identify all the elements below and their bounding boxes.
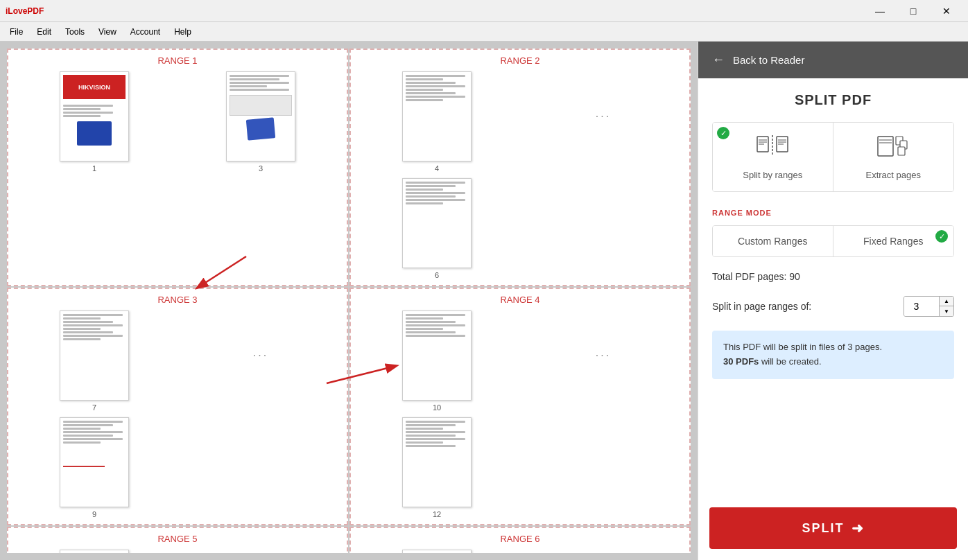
total-pages-label: Total PDF pages:: [712, 271, 786, 282]
range-title-1: RANGE 1: [14, 55, 341, 66]
title-bar: iLovePDF — □ ✕: [0, 0, 968, 22]
page-dots-2: ···: [523, 71, 684, 161]
total-pages-info: Total PDF pages: 90: [712, 271, 954, 282]
page-dots-6: ···: [523, 550, 684, 553]
page-item-6: 6: [356, 178, 517, 279]
split-info-box: This PDF will be split in files of 3 pag…: [712, 331, 954, 379]
svg-rect-13: [878, 137, 893, 156]
main-area: RANGE 1 HIKVISION: [0, 42, 968, 560]
info-text-prefix: This PDF will be split in files of 3 pag…: [723, 342, 882, 352]
page-thumb-10: [402, 310, 472, 401]
page-thumb-12: [402, 417, 472, 507]
page-item-16: 16: [356, 550, 517, 553]
mode-split-check: ✓: [717, 127, 729, 139]
split-spinners: ▲ ▼: [939, 297, 953, 316]
maximize-button[interactable]: □: [897, 0, 929, 22]
split-button-label: SPLIT: [802, 521, 844, 536]
spin-down-button[interactable]: ▼: [940, 306, 953, 316]
page-thumb-7: [60, 310, 129, 401]
range-mode-buttons: Custom Ranges Fixed Ranges ✓: [712, 225, 954, 257]
fixed-ranges-label: Fixed Ranges: [863, 236, 923, 247]
mode-split-label: Split by ranges: [743, 170, 802, 180]
page-dots-4: ···: [523, 310, 684, 401]
page-thumb-9: [60, 417, 129, 507]
close-button[interactable]: ✕: [931, 0, 962, 22]
page-item-3: 3: [180, 71, 341, 173]
split-pages-input[interactable]: [904, 297, 939, 316]
range-title-3: RANGE 3: [14, 295, 341, 305]
split-by-ranges-icon: [756, 134, 789, 164]
menu-help[interactable]: Help: [167, 24, 198, 40]
spin-up-button[interactable]: ▲: [940, 297, 953, 306]
custom-ranges-button[interactable]: Custom Ranges: [713, 226, 833, 256]
menu-account[interactable]: Account: [123, 24, 167, 40]
page-num-7: 7: [92, 403, 96, 412]
mode-extract-label: Extract pages: [866, 170, 922, 180]
page-item-12: 12: [356, 417, 517, 518]
split-input-label: Split in page ranges of:: [712, 301, 895, 312]
page-num-3: 3: [259, 164, 263, 173]
split-input-wrap: ▲ ▼: [904, 296, 954, 317]
split-input-row: Split in page ranges of: ▲ ▼: [712, 296, 954, 317]
info-text-suffix: will be created.: [761, 356, 822, 367]
fixed-ranges-button[interactable]: Fixed Ranges ✓: [833, 226, 954, 256]
range-box-2: RANGE 2: [349, 49, 691, 286]
back-arrow-icon: ←: [712, 53, 725, 67]
pdf-scroll[interactable]: RANGE 1 HIKVISION: [7, 49, 691, 553]
menu-file[interactable]: File: [3, 24, 30, 40]
page-item-10: 10: [356, 310, 517, 412]
pdf-area: RANGE 1 HIKVISION: [0, 42, 698, 560]
page-thumb-1: HIKVISION: [60, 71, 129, 161]
page-thumb-4: [402, 71, 472, 161]
custom-ranges-label: Custom Ranges: [738, 236, 807, 247]
menu-bar: File Edit Tools View Account Help: [0, 22, 968, 42]
page-num-1: 1: [92, 164, 96, 173]
mode-split-by-ranges[interactable]: ✓: [713, 123, 833, 191]
page-thumb-16: [402, 550, 472, 553]
page-item-1: HIKVISION 1: [14, 71, 175, 173]
page-num-6: 6: [435, 271, 439, 279]
menu-tools[interactable]: Tools: [58, 24, 92, 40]
svg-rect-18: [898, 147, 905, 155]
range-box-4: RANGE 4: [349, 288, 691, 525]
page-item-4: 4: [356, 71, 517, 173]
page-dots-5: ···: [180, 550, 341, 553]
page-thumb-3: [226, 71, 295, 161]
info-pdfs-count: 30 PDFs: [723, 356, 759, 367]
range-pages-3: 7 ···: [14, 310, 341, 518]
range-title-6: RANGE 6: [356, 534, 684, 544]
page-num-10: 10: [433, 403, 441, 412]
right-panel: ← Back to Reader SPLIT PDF ✓: [698, 42, 968, 560]
fixed-ranges-check: ✓: [935, 230, 948, 243]
total-pages-value: 90: [789, 271, 800, 282]
title-bar-left: iLovePDF: [6, 6, 44, 16]
split-button-icon: ➜: [852, 520, 865, 536]
range-title-4: RANGE 4: [356, 295, 684, 305]
minimize-button[interactable]: —: [864, 0, 896, 22]
range-box-1: RANGE 1 HIKVISION: [7, 49, 348, 286]
panel-content: SPLIT PDF ✓: [698, 78, 968, 496]
panel-title: SPLIT PDF: [712, 92, 954, 108]
extract-pages-icon: [876, 134, 910, 164]
range-pages-1: HIKVISION 1: [14, 71, 341, 173]
range-pages-6: 16 ···: [356, 550, 684, 553]
page-num-9: 9: [92, 510, 96, 518]
title-bar-controls: — □ ✕: [864, 0, 962, 22]
mode-extract-pages[interactable]: Extract pages: [833, 123, 954, 191]
page-thumb-6: [402, 178, 472, 268]
range-pages-2: 4 ···: [356, 71, 684, 279]
page-item-7: 7: [14, 310, 175, 412]
back-to-reader-button[interactable]: ← Back to Reader: [698, 42, 968, 78]
range-pages-4: 10 ···: [356, 310, 684, 518]
mode-options: ✓: [712, 122, 954, 192]
split-button-area: SPLIT ➜: [698, 496, 968, 560]
page-num-4: 4: [435, 164, 439, 173]
app-logo: iLovePDF: [6, 6, 44, 16]
menu-edit[interactable]: Edit: [30, 24, 58, 40]
back-button-label: Back to Reader: [733, 54, 804, 66]
page-item-9: 9: [14, 417, 175, 518]
menu-view[interactable]: View: [92, 24, 123, 40]
range-title-5: RANGE 5: [14, 534, 341, 544]
split-button[interactable]: SPLIT ➜: [709, 507, 957, 549]
ranges-grid: RANGE 1 HIKVISION: [7, 49, 691, 553]
